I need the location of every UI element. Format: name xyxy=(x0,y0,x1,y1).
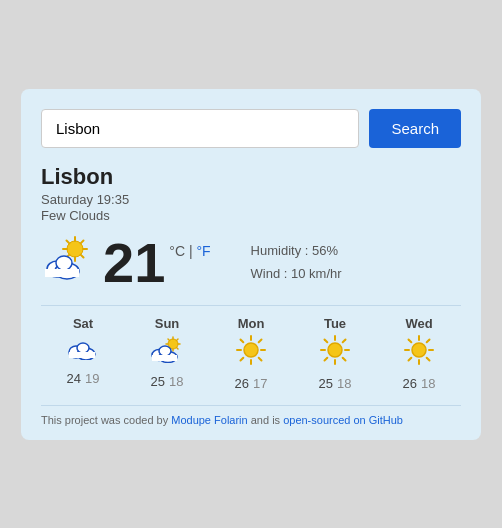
svg-line-23 xyxy=(168,339,170,341)
forecast-label-mon: Mon xyxy=(238,316,265,331)
svg-point-49 xyxy=(412,343,426,357)
wind-label: Wind : 10 km/hr xyxy=(251,263,342,285)
footer-author-link[interactable]: Modupe Folarin xyxy=(171,414,247,426)
svg-line-24 xyxy=(177,347,179,349)
svg-line-36 xyxy=(241,339,244,342)
weather-card: Search Lisbon Saturday 19:35 Few Clouds xyxy=(21,89,481,440)
forecast-low-mon: 17 xyxy=(253,376,267,391)
svg-line-56 xyxy=(409,357,412,360)
svg-line-45 xyxy=(325,339,328,342)
svg-line-6 xyxy=(81,254,84,257)
svg-point-16 xyxy=(77,343,89,353)
forecast-icon-tue xyxy=(320,335,350,372)
forecast-temps-mon: 2617 xyxy=(235,376,268,391)
forecast-day-mon: Mon 2617 xyxy=(209,316,293,391)
forecast-label-tue: Tue xyxy=(324,316,346,331)
forecast-icon-sat xyxy=(68,335,98,367)
footer-github-link[interactable]: open-sourced on GitHub xyxy=(283,414,403,426)
forecast-high-sat: 24 xyxy=(67,371,81,386)
footer-text-middle: and is xyxy=(248,414,283,426)
forecast-label-wed: Wed xyxy=(405,316,432,331)
svg-rect-30 xyxy=(152,355,177,361)
svg-point-11 xyxy=(56,256,72,270)
forecast-low-tue: 18 xyxy=(337,376,351,391)
fahrenheit-unit[interactable]: °F xyxy=(196,243,210,259)
forecast-icon-sun xyxy=(151,335,183,370)
forecast-label-sun: Sun xyxy=(155,316,180,331)
city-name: Lisbon xyxy=(41,164,461,190)
forecast-low-sat: 19 xyxy=(85,371,99,386)
current-weather-icon xyxy=(41,235,93,291)
forecast-low-sun: 18 xyxy=(169,374,183,389)
svg-line-48 xyxy=(343,339,346,342)
svg-line-57 xyxy=(427,339,430,342)
footer: This project was coded by Modupe Folarin… xyxy=(41,405,461,426)
svg-line-38 xyxy=(241,357,244,360)
svg-point-31 xyxy=(244,343,258,357)
search-input[interactable] xyxy=(41,109,359,148)
forecast-icon-mon xyxy=(236,335,266,372)
forecast-row: Sat 2419 Sun xyxy=(41,305,461,391)
search-row: Search xyxy=(41,109,461,148)
temperature-block: 21 °C | °F xyxy=(103,235,211,291)
temperature-unit: °C | °F xyxy=(169,243,210,259)
forecast-high-sun: 25 xyxy=(151,374,165,389)
svg-line-26 xyxy=(177,339,179,341)
search-button[interactable]: Search xyxy=(369,109,461,148)
forecast-day-wed: Wed 2618 xyxy=(377,316,461,391)
svg-rect-17 xyxy=(69,352,95,358)
svg-rect-12 xyxy=(45,269,79,277)
humidity-label: Humidity : 56% xyxy=(251,240,342,262)
svg-line-37 xyxy=(259,357,262,360)
forecast-low-wed: 18 xyxy=(421,376,435,391)
forecast-temps-sat: 2419 xyxy=(67,371,100,386)
forecast-high-tue: 25 xyxy=(319,376,333,391)
svg-line-46 xyxy=(343,357,346,360)
forecast-day-sat: Sat 2419 xyxy=(41,316,125,391)
svg-line-54 xyxy=(409,339,412,342)
forecast-icon-wed xyxy=(404,335,434,372)
footer-text-before: This project was coded by xyxy=(41,414,171,426)
forecast-label-sat: Sat xyxy=(73,316,93,331)
svg-line-47 xyxy=(325,357,328,360)
forecast-high-mon: 26 xyxy=(235,376,249,391)
forecast-high-wed: 26 xyxy=(403,376,417,391)
forecast-temps-sun: 2518 xyxy=(151,374,184,389)
celsius-unit[interactable]: °C xyxy=(169,243,185,259)
forecast-day-tue: Tue 2518 xyxy=(293,316,377,391)
forecast-temps-tue: 2518 xyxy=(319,376,352,391)
temperature-value: 21 xyxy=(103,235,165,291)
humidity-wind-block: Humidity : 56% Wind : 10 km/hr xyxy=(251,240,342,284)
svg-line-55 xyxy=(427,357,430,360)
svg-point-29 xyxy=(159,346,171,356)
weather-description: Few Clouds xyxy=(41,208,461,223)
date-time: Saturday 19:35 xyxy=(41,192,461,207)
svg-line-8 xyxy=(81,240,84,243)
main-weather: 21 °C | °F Humidity : 56% Wind : 10 km/h… xyxy=(41,235,461,291)
forecast-temps-wed: 2618 xyxy=(403,376,436,391)
svg-line-39 xyxy=(259,339,262,342)
svg-point-40 xyxy=(328,343,342,357)
forecast-day-sun: Sun 2518 xyxy=(125,316,209,391)
svg-line-5 xyxy=(67,240,70,243)
